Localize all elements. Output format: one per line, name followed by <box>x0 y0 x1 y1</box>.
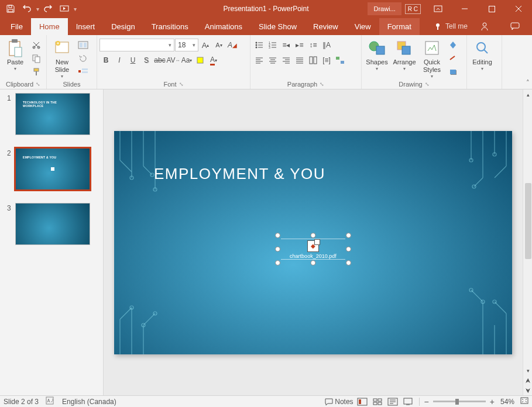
embedded-object[interactable]: ◆ chartbook_2010.pdf <box>281 239 345 260</box>
editing-button[interactable]: Editing▾ <box>469 36 495 72</box>
shadow-icon[interactable]: S <box>140 54 153 67</box>
underline-icon[interactable]: U <box>126 54 139 67</box>
ribbon-display-options-icon[interactable] <box>424 0 451 18</box>
slide-edit-area[interactable]: EMPLOYMENT & YOU ◆ chartbook_2010.pdf <box>104 89 523 395</box>
decrease-font-icon[interactable]: A▾ <box>212 39 225 51</box>
fit-to-window-icon[interactable] <box>520 397 528 406</box>
tab-slideshow[interactable]: Slide Show <box>250 18 305 35</box>
format-painter-icon[interactable] <box>30 65 43 78</box>
bold-icon[interactable]: B <box>99 54 112 67</box>
justify-icon[interactable] <box>293 54 306 67</box>
change-case-icon[interactable]: Aa▾ <box>180 54 193 67</box>
font-color-icon[interactable]: A▾ <box>207 54 220 67</box>
paragraph-launcher-icon[interactable]: ⤡ <box>320 81 324 87</box>
slide-thumbnail-pane[interactable]: 1 TECHNOLOGY IN THE WORKPLACE 2 EMPLOYME… <box>0 89 104 395</box>
italic-icon[interactable]: I <box>113 54 126 67</box>
minimize-icon[interactable] <box>451 0 478 18</box>
prev-slide-icon[interactable]: ⮝ <box>523 375 532 385</box>
qat-customize-icon[interactable]: ▾ <box>74 6 77 12</box>
slide-canvas[interactable]: EMPLOYMENT & YOU ◆ chartbook_2010.pdf <box>114 131 512 354</box>
increase-font-icon[interactable]: A▴ <box>199 39 212 51</box>
notes-toggle[interactable]: Notes <box>325 398 353 406</box>
scroll-up-icon[interactable]: ▴ <box>523 89 532 99</box>
zoom-level[interactable]: 54% <box>500 398 514 406</box>
spellcheck-icon[interactable] <box>46 396 55 406</box>
clear-formatting-icon[interactable]: A◢ <box>226 39 239 51</box>
maximize-icon[interactable] <box>478 0 505 18</box>
collapse-ribbon-icon[interactable]: ˄ <box>526 79 530 87</box>
scroll-thumb[interactable] <box>525 183 531 259</box>
line-spacing-icon[interactable]: ↕≡ <box>307 39 320 51</box>
align-text-icon[interactable]: [≡] <box>320 54 333 67</box>
contextual-tab-drawing[interactable]: Drawi... <box>368 2 401 15</box>
font-launcher-icon[interactable]: ⤡ <box>179 81 184 87</box>
align-center-icon[interactable] <box>266 54 279 67</box>
numbering-icon[interactable]: 123 <box>266 39 279 51</box>
zoom-out-icon[interactable]: − <box>424 397 429 406</box>
paste-button[interactable]: Paste ▾ <box>2 36 28 72</box>
bullets-icon[interactable] <box>253 39 266 51</box>
start-from-beginning-icon[interactable] <box>57 1 73 17</box>
redo-icon[interactable] <box>40 1 56 17</box>
zoom-slider[interactable] <box>433 401 486 402</box>
quick-styles-button[interactable]: Quick Styles▾ <box>419 36 445 80</box>
arrange-button[interactable]: Arrange▾ <box>392 36 417 72</box>
tab-animations[interactable]: Animations <box>197 18 250 35</box>
tell-me-search[interactable]: Tell me <box>434 22 468 30</box>
slideshow-view-icon[interactable] <box>401 396 414 407</box>
clipboard-launcher-icon[interactable]: ⤡ <box>36 81 40 87</box>
smartart-convert-icon[interactable] <box>334 54 346 67</box>
thumbnail-1[interactable]: 1 TECHNOLOGY IN THE WORKPLACE <box>7 93 96 135</box>
sorter-view-icon[interactable] <box>371 396 384 407</box>
font-name-input[interactable]: ▾ <box>99 39 174 51</box>
tab-file[interactable]: File <box>2 18 31 35</box>
text-direction-icon[interactable]: ‖A <box>320 39 333 51</box>
undo-icon[interactable] <box>19 1 36 17</box>
tab-format[interactable]: Format <box>379 18 420 35</box>
thumbnail-3[interactable]: 3 <box>7 203 96 245</box>
drawing-launcher-icon[interactable]: ⤡ <box>425 81 430 87</box>
copy-icon[interactable] <box>30 52 43 65</box>
tab-design[interactable]: Design <box>103 18 143 35</box>
share-icon[interactable] <box>471 18 498 35</box>
undo-dropdown-icon[interactable]: ▾ <box>36 6 39 12</box>
thumbnail-2[interactable]: 2 EMPLOYMENT & YOU <box>7 148 96 190</box>
reset-slide-icon[interactable] <box>77 52 90 65</box>
align-left-icon[interactable] <box>253 54 266 67</box>
reading-view-icon[interactable] <box>386 396 399 407</box>
scroll-down-icon[interactable]: ▾ <box>523 365 532 375</box>
increase-indent-icon[interactable]: ▸≡ <box>293 39 306 51</box>
shapes-button[interactable]: Shapes▾ <box>364 36 390 72</box>
font-size-input[interactable]: 18▾ <box>175 39 198 51</box>
strikethrough-icon[interactable]: abc <box>153 54 166 67</box>
next-slide-icon[interactable]: ⮟ <box>523 385 532 395</box>
zoom-in-icon[interactable]: + <box>490 397 495 406</box>
close-icon[interactable] <box>505 0 532 18</box>
tab-insert[interactable]: Insert <box>68 18 104 35</box>
user-avatar[interactable]: R C <box>405 4 421 14</box>
char-spacing-icon[interactable]: AV↔ <box>167 54 180 67</box>
tab-review[interactable]: Review <box>305 18 346 35</box>
shape-outline-icon[interactable] <box>447 52 459 65</box>
tab-view[interactable]: View <box>346 18 379 35</box>
comments-icon[interactable] <box>502 18 528 35</box>
new-slide-button[interactable]: New Slide ▾ <box>49 36 75 80</box>
normal-view-icon[interactable] <box>356 396 369 407</box>
shape-fill-icon[interactable] <box>447 39 459 51</box>
columns-icon[interactable] <box>307 54 320 67</box>
layout-icon[interactable] <box>77 39 90 51</box>
shape-effects-icon[interactable] <box>447 65 459 78</box>
highlight-icon[interactable] <box>194 54 207 67</box>
slide-counter[interactable]: Slide 2 of 3 <box>4 398 39 406</box>
save-icon[interactable] <box>2 1 19 17</box>
vertical-scrollbar[interactable]: ▴ ▾ ⮝ ⮟ <box>523 89 532 395</box>
align-right-icon[interactable] <box>280 54 293 67</box>
decrease-indent-icon[interactable]: ≡◂ <box>280 39 293 51</box>
language-indicator[interactable]: English (Canada) <box>62 398 116 406</box>
selection-handles[interactable] <box>277 235 349 263</box>
tab-transitions[interactable]: Transitions <box>143 18 197 35</box>
section-icon[interactable] <box>77 65 90 78</box>
cut-icon[interactable] <box>30 39 43 51</box>
slide-title-text[interactable]: EMPLOYMENT & YOU <box>154 165 325 183</box>
tab-home[interactable]: Home <box>31 18 68 35</box>
